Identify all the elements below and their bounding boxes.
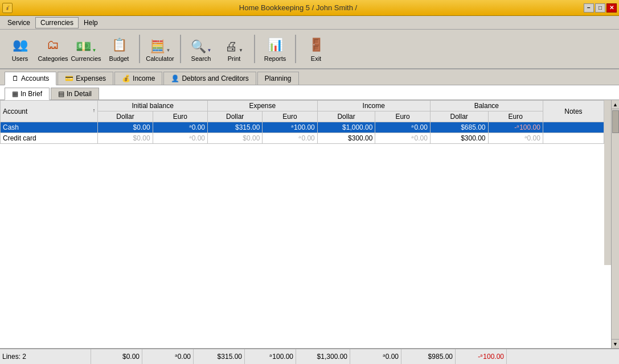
- window-controls: − □ ✕: [584, 3, 617, 13]
- toolbar: 👥 Users 🗂 Categories 💵▼ Currencies 📋 Bud…: [0, 30, 619, 69]
- accounts-table-container[interactable]: Account ↑ Initial balance Expense Income…: [0, 100, 611, 265]
- scrollbar[interactable]: ▲ ▼: [611, 100, 619, 348]
- cell-account: Credit card: [1, 133, 98, 144]
- search-icon: 🔍▼: [192, 36, 210, 54]
- tab-accounts[interactable]: 🗒 Accounts: [5, 72, 56, 85]
- toolbar-exit-button[interactable]: 🚪 Exit: [301, 32, 331, 65]
- subheader-bal-euro: Euro: [488, 111, 543, 122]
- cell-account: Cash: [1, 122, 98, 133]
- summary-label: Lines: 2: [0, 349, 91, 364]
- income-tab-icon: 💰: [122, 75, 130, 82]
- scroll-track: [612, 109, 619, 339]
- in-detail-icon: ▤: [58, 90, 64, 98]
- sub-tab-in-brief[interactable]: ▦ In Brief: [5, 88, 50, 100]
- table-row[interactable]: Credit card $0.00 ᵃ0.00 $0.00 ᵃ0.00 $300…: [1, 133, 604, 144]
- sub-tab-in-detail[interactable]: ▤ In Detail: [51, 88, 99, 100]
- table-row[interactable]: Cash $0.00 ᵃ0.00 $315.00 ᵃ100.00 $1,000.…: [1, 122, 604, 133]
- subheader-init-dollar: Dollar: [98, 111, 153, 122]
- maximize-button[interactable]: □: [595, 3, 605, 13]
- toolbar-separator-2: [180, 35, 181, 63]
- reports-icon: 📊: [266, 36, 284, 54]
- toolbar-calculator-button[interactable]: 🧮▼ Calculator: [145, 32, 175, 65]
- tab-debtors[interactable]: 👤 Debtors and Creditors: [163, 72, 256, 85]
- scroll-thumb[interactable]: [612, 110, 619, 133]
- empty-space: [0, 144, 604, 258]
- scroll-up-button[interactable]: ▲: [612, 100, 619, 109]
- tab-expenses[interactable]: 💳 Expenses: [58, 72, 113, 85]
- cell-exp-euro: ᵃ100.00: [263, 122, 317, 133]
- cell-init-dollar: $0.00: [98, 133, 153, 144]
- debtors-tab-icon: 👤: [171, 75, 179, 82]
- summary-init-dollar: $0.00: [91, 349, 142, 364]
- toolbar-budget-button[interactable]: 📋 Budget: [104, 32, 134, 65]
- cell-inc-dollar: $300.00: [317, 133, 375, 144]
- cell-exp-euro: ᵃ0.00: [263, 133, 317, 144]
- subheader-exp-dollar: Dollar: [208, 111, 263, 122]
- summary-bal-euro: -ᵃ100.00: [456, 349, 507, 364]
- main-tabs: 🗒 Accounts 💳 Expenses 💰 Income 👤 Debtors…: [0, 69, 619, 85]
- window-title: Home Bookkeeping 5 / John Smith /: [13, 3, 584, 12]
- toolbar-users-button[interactable]: 👥 Users: [5, 32, 35, 65]
- toolbar-separator-4: [295, 35, 296, 63]
- tab-planning[interactable]: Planning: [257, 72, 299, 85]
- subheader-inc-dollar: Dollar: [317, 111, 375, 122]
- summary-inc-dollar: $1,300.00: [296, 349, 350, 364]
- cell-notes: [543, 133, 604, 144]
- sub-tabs: ▦ In Brief ▤ In Detail: [0, 85, 619, 100]
- subheader-init-euro: Euro: [153, 111, 207, 122]
- summary-inc-euro: ᵃ0.00: [350, 349, 401, 364]
- app-icon: 💰: [2, 3, 13, 13]
- cell-bal-dollar: $300.00: [430, 133, 488, 144]
- toolbar-reports-button[interactable]: 📊 Reports: [260, 32, 290, 65]
- scroll-down-button[interactable]: ▼: [612, 339, 619, 348]
- menu-bar: Service Currencies Help: [0, 16, 619, 30]
- calculator-icon: 🧮▼: [151, 36, 169, 54]
- menu-currencies[interactable]: Currencies: [35, 17, 79, 28]
- toolbar-budget-label: Budget: [109, 55, 129, 62]
- col-header-balance: Balance: [430, 101, 543, 111]
- toolbar-print-label: Print: [228, 55, 241, 62]
- close-button[interactable]: ✕: [606, 3, 617, 13]
- subheader-bal-dollar: Dollar: [430, 111, 488, 122]
- cell-notes: [543, 122, 604, 133]
- col-header-notes: Notes: [543, 101, 604, 122]
- cell-bal-euro: ᵃ0.00: [488, 133, 543, 144]
- subheader-inc-euro: Euro: [375, 111, 430, 122]
- summary-exp-dollar: $315.00: [194, 349, 245, 364]
- toolbar-exit-label: Exit: [311, 55, 321, 62]
- minimize-button[interactable]: −: [584, 3, 594, 13]
- categories-icon: 🗂: [44, 36, 62, 54]
- toolbar-currencies-label: Currencies: [71, 55, 101, 62]
- budget-icon: 📋: [110, 36, 128, 54]
- toolbar-users-label: Users: [12, 55, 28, 62]
- cell-init-euro: ᵃ0.00: [153, 133, 207, 144]
- toolbar-separator-3: [254, 35, 255, 63]
- tab-income[interactable]: 💰 Income: [114, 72, 162, 85]
- toolbar-search-label: Search: [191, 55, 211, 62]
- exit-icon: 🚪: [307, 36, 325, 54]
- title-bar: 💰 Home Bookkeeping 5 / John Smith / − □ …: [0, 0, 619, 16]
- summary-spacer: [507, 349, 619, 364]
- col-header-initial-balance: Initial balance: [98, 101, 208, 111]
- toolbar-print-button[interactable]: 🖨▼ Print: [219, 32, 249, 65]
- menu-service[interactable]: Service: [2, 17, 35, 28]
- summary-row: Lines: 2 $0.00 ᵃ0.00 $315.00 ᵃ100.00 $1,…: [0, 348, 619, 364]
- cell-exp-dollar: $315.00: [208, 122, 263, 133]
- col-header-account: Account ↑: [1, 101, 98, 122]
- menu-help[interactable]: Help: [79, 17, 103, 28]
- toolbar-reports-label: Reports: [264, 55, 286, 62]
- cell-init-dollar: $0.00: [98, 122, 153, 133]
- col-header-expense: Expense: [208, 101, 318, 111]
- accounts-table: Account ↑ Initial balance Expense Income…: [0, 100, 604, 144]
- summary-init-euro: ᵃ0.00: [142, 349, 194, 364]
- summary-exp-euro: ᵃ100.00: [245, 349, 296, 364]
- cell-exp-dollar: $0.00: [208, 133, 263, 144]
- currencies-icon: 💵▼: [77, 36, 95, 54]
- toolbar-search-button[interactable]: 🔍▼ Search: [186, 32, 216, 65]
- toolbar-currencies-button[interactable]: 💵▼ Currencies: [71, 32, 101, 65]
- toolbar-calculator-label: Calculator: [146, 55, 174, 62]
- print-icon: 🖨▼: [225, 36, 243, 54]
- toolbar-categories-label: Categories: [38, 55, 68, 62]
- toolbar-categories-button[interactable]: 🗂 Categories: [38, 32, 68, 65]
- cell-bal-euro: -ᵃ100.00: [488, 122, 543, 133]
